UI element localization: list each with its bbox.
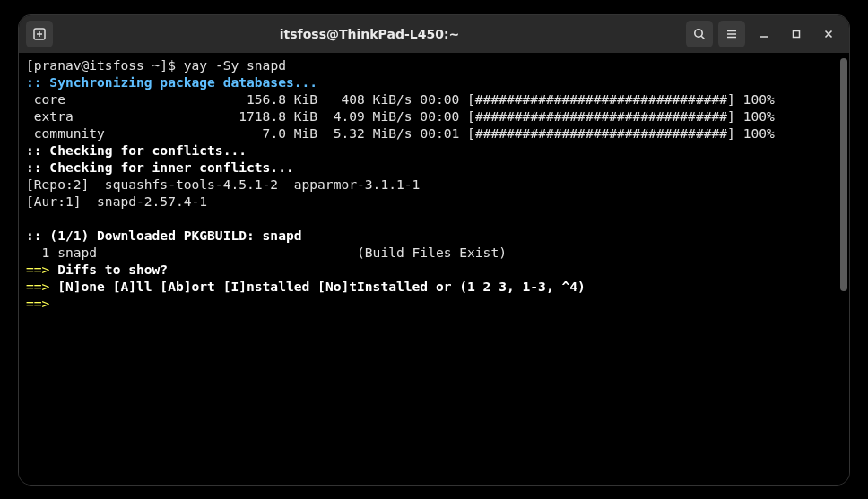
scrollbar-thumb[interactable]: [840, 58, 847, 291]
plus-box-icon: [32, 27, 47, 41]
terminal-output[interactable]: [pranav@itsfoss ~]$ yay -Sy snapd :: Syn…: [26, 56, 842, 312]
core-time: 00:00: [420, 91, 459, 107]
core-bar: [################################]: [467, 91, 735, 107]
core-name: core: [26, 91, 65, 107]
core-pct: 100%: [743, 91, 775, 107]
core-rate: 408 KiB/s: [341, 91, 412, 107]
sync-line: :: Synchronizing package databases...: [26, 74, 317, 90]
svg-point-3: [695, 29, 702, 36]
minimize-button[interactable]: [751, 21, 777, 47]
core-size: 156.8 KiB: [247, 91, 317, 107]
minimize-icon: [758, 28, 770, 40]
extra-name: extra: [26, 108, 74, 124]
extra-size: 1718.8 KiB: [239, 108, 317, 124]
build-files-exist: (Build Files Exist): [349, 245, 507, 260]
close-icon: [822, 28, 835, 40]
prompt: [pranav@itsfoss ~]$: [26, 57, 184, 73]
maximize-button[interactable]: [783, 21, 810, 47]
extra-bar: [################################]: [467, 108, 735, 124]
arrow-1: ==>: [26, 262, 49, 277]
hamburger-icon: [725, 27, 739, 41]
community-rate: 5.32 MiB/s: [334, 125, 412, 141]
community-time: 00:01: [420, 125, 459, 141]
terminal-viewport[interactable]: [pranav@itsfoss ~]$ yay -Sy snapd :: Syn…: [19, 53, 849, 485]
community-size: 7.0 MiB: [263, 125, 318, 141]
close-button[interactable]: [815, 21, 842, 47]
pkgbuild-line: :: (1/1) Downloaded PKGBUILD: snapd: [26, 228, 302, 243]
aur-line: [Aur:1] snapd-2.57.4-1: [26, 194, 207, 209]
extra-pct: 100%: [743, 108, 775, 124]
titlebar-right: [686, 21, 842, 47]
command: yay -Sy snapd: [184, 57, 286, 73]
check-inner-conflicts: :: Checking for inner conflicts...: [26, 159, 294, 175]
diffs-prompt: Diffs to show?: [49, 262, 168, 277]
window-title: itsfoss@ThinkPad-L450:~: [53, 27, 686, 41]
extra-rate: 4.09 MiB/s: [334, 108, 412, 124]
repo-line: [Repo:2] squashfs-tools-4.5.1-2 apparmor…: [26, 176, 420, 192]
new-tab-button[interactable]: [26, 21, 53, 47]
svg-line-4: [701, 36, 704, 39]
extra-time: 00:00: [420, 108, 459, 124]
community-bar: [################################]: [467, 125, 735, 141]
menu-button[interactable]: [718, 21, 745, 47]
titlebar: itsfoss@ThinkPad-L450:~: [19, 15, 849, 53]
diff-options: [N]one [A]ll [Ab]ort [I]nstalled [No]tIn…: [49, 279, 585, 294]
community-pct: 100%: [743, 125, 775, 141]
search-button[interactable]: [686, 21, 713, 47]
terminal-window: itsfoss@ThinkPad-L450:~: [19, 15, 849, 485]
svg-rect-9: [794, 30, 800, 37]
maximize-icon: [790, 28, 803, 40]
search-icon: [692, 27, 707, 41]
titlebar-left: [26, 21, 53, 47]
community-name: community: [26, 125, 105, 141]
arrow-2: ==>: [26, 279, 49, 294]
snapd-item: 1 snapd: [26, 245, 349, 260]
check-conflicts: :: Checking for conflicts...: [26, 142, 247, 158]
arrow-3: ==>: [26, 296, 49, 311]
